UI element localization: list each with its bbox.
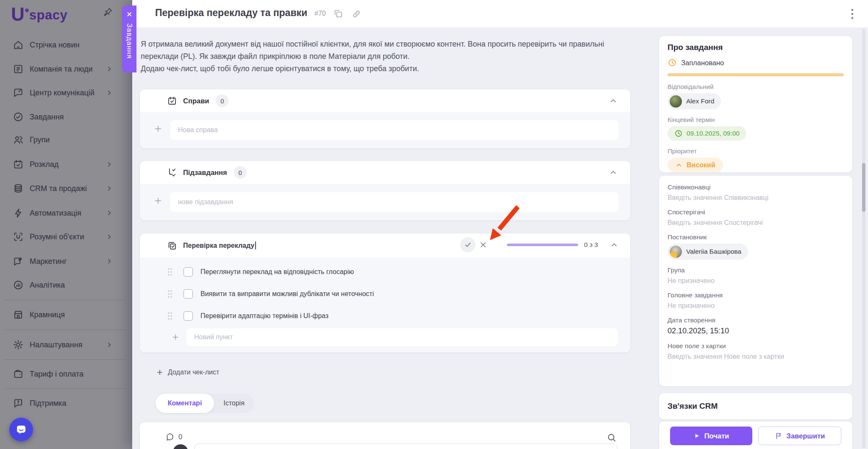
responsible-name: Alex Ford bbox=[686, 97, 714, 105]
comments-card: 0 bbox=[140, 422, 630, 449]
finish-task-button[interactable]: Завершити bbox=[758, 427, 841, 445]
deadline-chip[interactable]: 09.10.2025, 09:00 bbox=[668, 126, 746, 141]
checkbox[interactable] bbox=[184, 311, 193, 321]
tab-history[interactable]: Історія bbox=[214, 399, 254, 407]
checklist-item-row: Переглянути переклад на відповідність гл… bbox=[140, 261, 630, 283]
task-title[interactable]: Перевірка перекладу та правки bbox=[155, 7, 307, 19]
crm-links-card: Зв'язки CRM bbox=[659, 393, 852, 419]
checklist-card: Перевірка перекладу 0 з 3 Переглянути пе… bbox=[140, 233, 630, 352]
todos-count-badge: 0 bbox=[216, 94, 228, 107]
subtasks-card: Підзавдання 0 bbox=[140, 161, 630, 220]
subtasks-card-header[interactable]: Підзавдання 0 bbox=[140, 161, 630, 184]
priority-label: Пріоритет bbox=[668, 147, 844, 155]
support-chat-fab[interactable] bbox=[9, 418, 33, 441]
author-name: Valeriia Башкірова bbox=[686, 248, 741, 255]
created-date-value: 02.10.2025, 15:10 bbox=[668, 327, 844, 335]
responsible-person-chip[interactable]: Alex Ford bbox=[668, 93, 721, 109]
play-icon bbox=[693, 432, 700, 439]
description-paragraph: Додаю чек-лист, щоб тобі було легше оріє… bbox=[141, 63, 628, 75]
collapse-chevron-up-icon[interactable] bbox=[610, 241, 618, 249]
clock-status-icon bbox=[668, 58, 677, 67]
plus-icon bbox=[156, 369, 164, 376]
comment-bubble-icon bbox=[165, 432, 175, 442]
scrollbar-track bbox=[862, 29, 865, 448]
task-status[interactable]: Заплановано bbox=[668, 58, 844, 67]
tab-comments[interactable]: Коментарі bbox=[156, 394, 214, 413]
task-description: Я отримала великий документ від нашої по… bbox=[141, 38, 628, 75]
todos-card: Справи 0 bbox=[140, 89, 630, 148]
new-comment-input[interactable] bbox=[194, 443, 618, 449]
copy-icon[interactable] bbox=[333, 8, 343, 19]
collapse-chevron-up-icon[interactable] bbox=[609, 168, 618, 177]
more-options-kebab-icon[interactable] bbox=[849, 8, 855, 20]
checklist-body: Переглянути переклад на відповідність гл… bbox=[140, 258, 630, 352]
text-cursor bbox=[255, 241, 256, 249]
custom-field-label: Нове поле з картки bbox=[668, 342, 844, 350]
new-todo-input[interactable] bbox=[170, 120, 618, 140]
start-task-button[interactable]: Почати bbox=[670, 427, 752, 445]
checkbox[interactable] bbox=[184, 289, 193, 299]
slideover-tab-label: Завдання bbox=[125, 23, 134, 59]
checklist-header: Перевірка перекладу 0 з 3 bbox=[140, 233, 630, 258]
add-checklist-button[interactable]: Додати чек-лист bbox=[156, 369, 219, 376]
main-task-value[interactable]: Не призначено bbox=[668, 302, 844, 310]
group-label: Група bbox=[668, 266, 844, 274]
finish-button-label: Завершити bbox=[787, 432, 825, 440]
cancel-checklist-title-button[interactable] bbox=[476, 237, 491, 252]
status-label: Заплановано bbox=[681, 59, 724, 67]
checklist-item-label: Перевірити адаптацію термінів і UI-фраз bbox=[200, 312, 328, 320]
sidebar-dim-overlay bbox=[0, 0, 132, 449]
checklist-progress-bar bbox=[507, 244, 578, 246]
collapse-chevron-up-icon[interactable] bbox=[609, 97, 618, 105]
scrollbar-thumb[interactable] bbox=[862, 163, 865, 212]
task-slideover-tab[interactable]: ✕ Завдання bbox=[122, 6, 136, 72]
about-task-title: Про завдання bbox=[668, 43, 844, 52]
plus-icon[interactable] bbox=[171, 333, 180, 341]
author-person-chip[interactable]: Valeriia Башкірова bbox=[668, 244, 748, 260]
crm-links-title: Зв'язки CRM bbox=[668, 402, 844, 411]
calendar-check-icon bbox=[167, 96, 177, 106]
checklist-item-row: Виявити та виправити можливі дублікати ч… bbox=[140, 283, 630, 305]
subtasks-count-badge: 0 bbox=[234, 166, 247, 179]
link-icon[interactable] bbox=[352, 9, 361, 19]
close-icon[interactable]: ✕ bbox=[126, 10, 132, 20]
clock-icon bbox=[674, 129, 683, 138]
task-header: Перевірка перекладу та правки #70 bbox=[132, 0, 868, 28]
checklist-item-label: Виявити та виправити можливі дублікати ч… bbox=[200, 290, 374, 298]
drag-handle-icon[interactable] bbox=[167, 289, 174, 299]
priority-value: Високий bbox=[687, 161, 715, 169]
comments-count: 0 bbox=[178, 433, 182, 441]
checklist-title-input[interactable]: Перевірка перекладу bbox=[183, 242, 254, 249]
author-label: Постановник bbox=[668, 233, 844, 241]
coexecutors-label: Співвиконавці bbox=[668, 183, 844, 191]
observers-placeholder[interactable]: Введіть значення Спостерігачі bbox=[668, 219, 844, 227]
plus-icon[interactable] bbox=[153, 124, 163, 133]
avatar bbox=[670, 246, 682, 258]
plus-icon[interactable] bbox=[153, 196, 163, 205]
drag-handle-icon[interactable] bbox=[167, 267, 174, 277]
add-checklist-label: Додати чек-лист bbox=[168, 369, 219, 376]
about-task-card: Про завдання Заплановано Відповідальний … bbox=[659, 36, 852, 172]
confirm-checklist-title-button[interactable] bbox=[460, 237, 476, 252]
observers-label: Спостерігачі bbox=[668, 208, 844, 216]
custom-field-placeholder[interactable]: Введіть значення Нове поле з картки bbox=[668, 353, 844, 360]
subtasks-card-body bbox=[140, 184, 630, 220]
group-value[interactable]: Не призначено bbox=[668, 277, 844, 285]
task-slideover-panel: Перевірка перекладу та правки #70 Я отри… bbox=[132, 0, 868, 449]
coexecutors-placeholder[interactable]: Введіть значення Співвиконавці bbox=[668, 194, 844, 202]
task-fields-card: Співвиконавці Введіть значення Співвикон… bbox=[659, 176, 852, 386]
search-icon[interactable] bbox=[606, 432, 617, 443]
new-checklist-item-input[interactable] bbox=[186, 328, 618, 346]
drag-handle-icon[interactable] bbox=[167, 311, 174, 321]
subtasks-card-title: Підзавдання bbox=[183, 169, 227, 177]
description-paragraph: Я отримала великий документ від нашої по… bbox=[141, 38, 628, 63]
priority-chip[interactable]: Високий bbox=[668, 158, 723, 172]
comments-history-tabs: Коментарі Історія bbox=[156, 394, 254, 413]
deadline-value: 09.10.2025, 09:00 bbox=[687, 130, 740, 137]
new-subtask-input[interactable] bbox=[170, 192, 618, 212]
checkbox[interactable] bbox=[184, 267, 193, 277]
checklist-progress-label: 0 з 3 bbox=[584, 241, 598, 249]
app-root: U spacy Стрічка новин Компанія та люди Ц… bbox=[0, 0, 868, 449]
avatar bbox=[173, 444, 188, 449]
todos-card-header[interactable]: Справи 0 bbox=[140, 89, 630, 112]
